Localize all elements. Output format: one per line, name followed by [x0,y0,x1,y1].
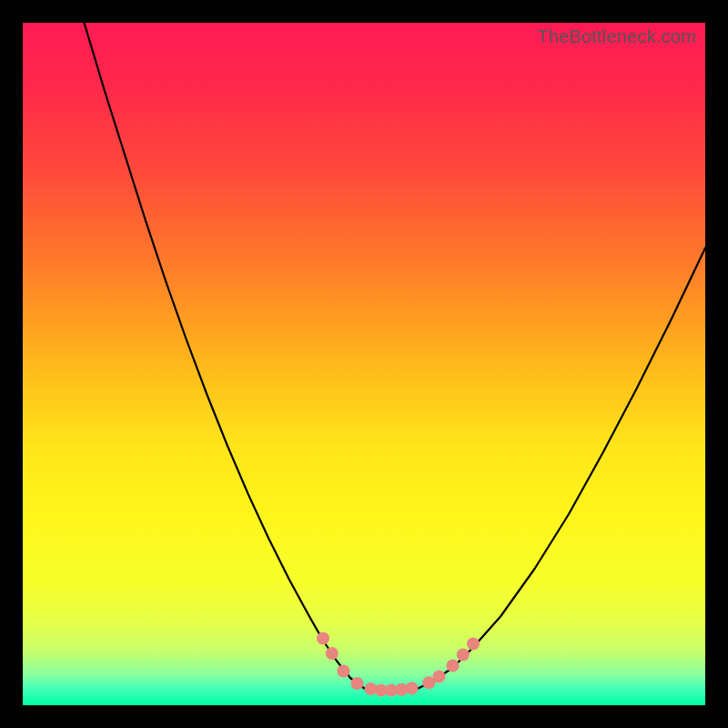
data-marker [351,677,364,690]
data-marker [338,665,350,678]
data-marker [406,682,419,694]
series-group [85,23,706,691]
data-marker [457,649,470,662]
series-right-curve [419,248,705,689]
plot-area: TheBottleneck.com [23,23,705,705]
data-marker [326,647,339,660]
watermark-text: TheBottleneck.com [537,26,696,47]
chart-svg [23,23,705,705]
data-marker [447,660,460,672]
data-marker [317,632,329,645]
data-marker [467,638,480,651]
data-marker [433,671,446,683]
outer-frame: TheBottleneck.com [0,0,728,728]
marker-group [317,632,480,697]
series-left-curve [85,23,365,688]
